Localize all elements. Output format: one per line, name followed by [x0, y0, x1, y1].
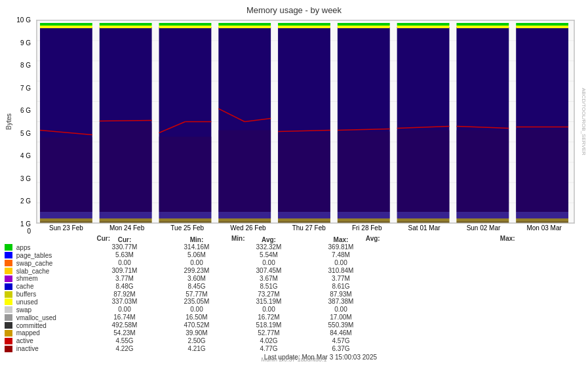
stat-max-committed: 550.39M	[305, 321, 377, 329]
svg-rect-73	[278, 133, 330, 223]
stat-avg-mapped: 52.77M	[233, 329, 305, 337]
stat-min-inactive: 4.21G	[161, 344, 233, 352]
legend-color-slab_cache	[5, 268, 12, 274]
y-label-2g: 2 G	[20, 197, 31, 205]
stat-max-vmalloc_used: 17.00M	[305, 314, 377, 321]
x-label-7: Sat 01 Mar	[408, 224, 441, 232]
legend-row: page_tables 5.63M 5.06M 5.54M 7.48M	[3, 251, 585, 259]
y-label-0: 0	[27, 228, 31, 235]
legend-row: unused 337.03M 235.05M 315.19M 387.38M	[3, 298, 585, 306]
chart-title: Memory usage - by week	[0, 0, 588, 15]
legend-label-active: active	[16, 337, 33, 344]
stat-min-unused: 235.05M	[161, 298, 233, 306]
legend-color-cache	[5, 283, 12, 290]
legend-color-swap	[5, 306, 12, 313]
stat-cur-committed: 492.58M	[88, 321, 161, 329]
stat-avg-apps: 332.32M	[233, 243, 305, 251]
stat-avg-slab_cache: 307.45M	[233, 267, 305, 275]
legend-stats-area: Cur: Min: Avg: Max: apps 330.77M 314.16M…	[3, 236, 585, 352]
stat-max-active: 4.57G	[305, 337, 377, 344]
legend-color-buffers	[5, 291, 12, 298]
stat-avg-inactive: 4.77G	[233, 344, 305, 352]
stat-avg-cache: 8.51G	[233, 282, 305, 290]
legend-row: mapped 54.23M 39.90M 52.77M 84.46M	[3, 329, 585, 337]
chart-container: Memory usage - by week Bytes	[0, 0, 588, 368]
x-label-1: Sun 23 Feb	[49, 224, 83, 232]
stat-avg-active: 4.02G	[233, 337, 305, 344]
svg-rect-58	[218, 26, 271, 28]
stat-min-buffers: 57.77M	[161, 290, 233, 298]
stat-max-unused: 387.38M	[305, 298, 377, 306]
y-label-8g: 8 G	[20, 62, 31, 69]
chart-svg	[37, 20, 574, 223]
legend-row: committed 492.58M 470.52M 518.19M 550.39…	[3, 321, 585, 329]
legend-label-swap_cache: swap_cache	[16, 260, 53, 267]
x-label-4: Wed 26 Feb	[230, 224, 265, 232]
x-axis-labels: Sun 23 Feb Mon 24 Feb Tue 25 Feb Wed 26 …	[36, 224, 575, 232]
svg-rect-67	[278, 26, 330, 28]
stat-cur-inactive: 4.22G	[88, 344, 161, 352]
legend-row: swap 0.00 0.00 0.00 0.00	[3, 306, 585, 314]
stat-min-slab_cache: 299.23M	[161, 267, 233, 275]
legend-row: active 4.55G 2.50G 4.02G 4.57G	[3, 337, 585, 344]
stat-cur-page_tables: 5.63M	[88, 251, 161, 259]
svg-rect-39	[40, 137, 92, 223]
side-label: ABCD/TOOL/ROB_SERVER	[581, 20, 587, 224]
stat-max-page_tables: 7.48M	[305, 251, 377, 259]
y-label-7g: 7 G	[20, 84, 31, 91]
legend-label-swap: swap	[16, 306, 31, 314]
legend-label-mapped: mapped	[16, 329, 40, 337]
svg-rect-105	[516, 129, 568, 223]
legend-row: vmalloc_used 16.74M 16.50M 16.72M 17.00M	[3, 314, 585, 321]
stat-cur-slab_cache: 309.71M	[88, 267, 161, 275]
legend-table: Cur: Min: Avg: Max: apps 330.77M 314.16M…	[3, 236, 585, 361]
legend-label-shmem: shmem	[16, 275, 38, 282]
stat-min-committed: 470.52M	[161, 321, 233, 329]
stat-cur-vmalloc_used: 16.74M	[88, 314, 161, 321]
y-label-3g: 3 G	[20, 174, 31, 182]
stat-cur-mapped: 54.23M	[88, 329, 161, 337]
stat-max-cache: 8.61G	[305, 282, 377, 290]
stat-avg-vmalloc_used: 16.72M	[233, 314, 305, 321]
x-label-2: Mon 24 Feb	[109, 224, 144, 232]
x-label-9: Mon 03 Mar	[526, 224, 561, 232]
stat-min-cache: 8.45G	[161, 282, 233, 290]
y-label-1g: 1 G	[20, 220, 31, 227]
chart-area	[36, 20, 575, 224]
svg-rect-76	[338, 23, 390, 26]
stat-min-active: 2.50G	[161, 337, 233, 344]
stat-min-apps: 314.16M	[161, 243, 233, 251]
legend-color-mapped	[5, 330, 12, 337]
svg-rect-50	[159, 23, 212, 26]
svg-rect-68	[278, 23, 330, 26]
stat-max-inactive: 6.37G	[305, 344, 377, 352]
x-label-6: Fri 28 Feb	[352, 224, 382, 232]
legend-row: apps 330.77M 314.16M 332.32M 369.81M	[3, 243, 585, 251]
legend-row: shmem 3.77M 3.60M 3.67M 3.77M	[3, 274, 585, 282]
legend-label-page_tables: page_tables	[16, 252, 52, 259]
svg-rect-34	[40, 23, 92, 26]
legend-color-page_tables	[5, 252, 12, 258]
legend-label-committed: committed	[16, 321, 47, 329]
legend-label-unused: unused	[16, 298, 38, 306]
svg-rect-75	[338, 26, 390, 28]
svg-rect-91	[456, 26, 509, 28]
x-label-3: Tue 25 Feb	[170, 224, 204, 232]
stat-min-mapped: 39.90M	[161, 329, 233, 337]
legend-color-vmalloc_used	[5, 314, 12, 321]
stat-cur-buffers: 87.92M	[88, 290, 161, 298]
svg-rect-47	[100, 123, 152, 223]
legend-label-cache: cache	[16, 283, 34, 290]
stat-avg-buffers: 73.27M	[233, 290, 305, 298]
stat-cur-shmem: 3.77M	[88, 274, 161, 282]
svg-rect-83	[397, 26, 450, 28]
footer-text: Munin 2.0.37-1ubuntu0.1	[0, 356, 588, 363]
stat-avg-swap_cache: 0.00	[233, 259, 305, 267]
y-label-6g: 6 G	[20, 107, 31, 114]
stat-avg-swap: 0.00	[233, 306, 305, 314]
stat-min-swap_cache: 0.00	[161, 259, 233, 267]
svg-rect-89	[397, 130, 450, 223]
stat-max-swap: 0.00	[305, 306, 377, 314]
legend-color-unused	[5, 298, 12, 305]
svg-rect-92	[456, 23, 509, 26]
